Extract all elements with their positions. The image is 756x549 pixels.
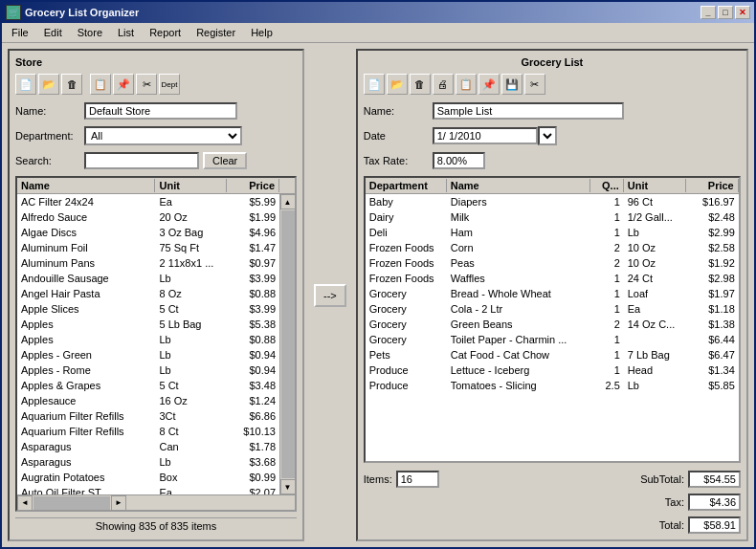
store-item-unit: Lb [155, 347, 227, 362]
grocery-item-price: $5.85 [686, 378, 739, 393]
table-row[interactable]: Apples - Green Lb $0.94 [17, 347, 279, 362]
grocery-name-input[interactable] [433, 102, 624, 120]
table-row[interactable]: Angel Hair Pasta 8 Oz $0.88 [17, 286, 279, 301]
grocery-open-button[interactable]: 📂 [387, 74, 408, 95]
table-row[interactable]: Grocery Toilet Paper - Charmin ... 1 $6.… [366, 332, 739, 347]
table-row[interactable]: Apples - Rome Lb $0.94 [17, 362, 279, 378]
store-item-price: $1.78 [227, 439, 279, 454]
grocery-tax-input[interactable] [433, 152, 485, 169]
store-item-name: Augratin Potatoes [17, 470, 155, 485]
minimize-button[interactable]: _ [700, 6, 716, 19]
main-content: Store 📄 📂 🗑 📋 📌 ✂ Dept Name: Department: [2, 43, 754, 547]
store-copy-button[interactable]: 📋 [90, 74, 111, 95]
table-row[interactable]: Grocery Bread - Whole Wheat 1 Loaf $1.97 [366, 286, 739, 301]
table-row[interactable]: Produce Tomatoes - Slicing 2.5 Lb $5.85 [366, 378, 739, 393]
add-to-list-button[interactable]: --> [314, 284, 346, 307]
store-clear-button[interactable]: Clear [203, 152, 247, 169]
store-scroll-down[interactable]: ▼ [280, 479, 296, 494]
grocery-date-select[interactable]: ▼ [538, 126, 557, 145]
grocery-col-name: Name [447, 179, 590, 192]
store-dept-button[interactable]: Dept [159, 74, 180, 95]
table-row[interactable]: Aquarium Filter Refills 3Ct $6.86 [17, 408, 279, 424]
menu-edit[interactable]: Edit [38, 25, 68, 40]
table-row[interactable]: Alfredo Sauce 20 Oz $1.99 [17, 209, 279, 225]
main-window: 🛒 Grocery List Organizer _ □ ✕ File Edit… [0, 0, 756, 549]
table-row[interactable]: Grocery Green Beans 2 14 Oz C... $1.38 [366, 317, 739, 332]
grocery-item-name: Toilet Paper - Charmin ... [447, 332, 590, 347]
table-row[interactable]: Deli Ham 1 Lb $2.99 [366, 225, 739, 240]
grocery-list-body[interactable]: Baby Diapers 1 96 Ct $16.97 Dairy Milk 1… [366, 194, 739, 461]
table-row[interactable]: Asparagus Can $1.78 [17, 439, 279, 454]
table-row[interactable]: Dairy Milk 1 1/2 Gall... $2.48 [366, 209, 739, 225]
subtotal-input[interactable] [688, 471, 741, 488]
grocery-item-dept: Frozen Foods [366, 255, 447, 271]
store-paste-button[interactable]: 📌 [113, 74, 134, 95]
store-name-input[interactable] [84, 102, 237, 120]
store-item-name: Apples & Grapes [17, 378, 155, 393]
menu-register[interactable]: Register [190, 25, 241, 40]
grocery-paste-button[interactable]: 📌 [478, 74, 500, 95]
table-row[interactable]: Algae Discs 3 Oz Bag $4.96 [17, 225, 279, 240]
table-row[interactable]: Augratin Potatoes Box $0.99 [17, 470, 279, 485]
table-row[interactable]: Baby Diapers 1 96 Ct $16.97 [366, 194, 739, 209]
store-dept-select[interactable]: All [84, 126, 242, 145]
grocery-item-dept: Produce [366, 362, 447, 378]
store-scrollbar[interactable]: ▲ ▼ [279, 194, 295, 494]
menu-file[interactable]: File [6, 25, 34, 40]
store-hscroll-right[interactable]: ► [111, 495, 126, 511]
grocery-item-qty: 1 [590, 347, 624, 362]
menu-report[interactable]: Report [144, 25, 187, 40]
table-row[interactable]: Apple Slices 5 Ct $3.99 [17, 301, 279, 317]
store-cut-button[interactable]: ✂ [136, 74, 157, 95]
store-search-input[interactable] [84, 152, 199, 169]
table-row[interactable]: AC Filter 24x24 Ea $5.99 [17, 194, 279, 209]
table-row[interactable]: Asparagus Lb $3.68 [17, 454, 279, 470]
table-row[interactable]: Produce Lettuce - Iceberg 1 Head $1.34 [366, 362, 739, 378]
table-row[interactable]: Aquarium Filter Refills 8 Ct $10.13 [17, 424, 279, 439]
items-input[interactable] [396, 471, 439, 488]
table-row[interactable]: Applesauce 16 Oz $1.24 [17, 393, 279, 408]
store-scroll-up[interactable]: ▲ [280, 194, 296, 209]
grocery-item-price: $2.58 [686, 240, 739, 255]
table-row[interactable]: Frozen Foods Corn 2 10 Oz $2.58 [366, 240, 739, 255]
close-button[interactable]: ✕ [735, 6, 750, 19]
table-row[interactable]: Frozen Foods Waffles 1 24 Ct $2.98 [366, 271, 739, 286]
tax-amount-input[interactable] [688, 494, 741, 511]
store-item-unit: Ea [155, 485, 227, 494]
tax-field: Tax: [665, 494, 741, 511]
store-open-button[interactable]: 📂 [38, 74, 59, 95]
grocery-item-name: Green Beans [447, 317, 590, 332]
store-hscroll-left[interactable]: ◄ [17, 495, 33, 511]
store-hscroll[interactable]: ◄ ► [17, 494, 295, 510]
menu-store[interactable]: Store [72, 25, 108, 40]
table-row[interactable]: Apples & Grapes 5 Ct $3.48 [17, 378, 279, 393]
table-row[interactable]: Pets Cat Food - Cat Chow 1 7 Lb Bag $6.4… [366, 347, 739, 362]
grocery-cut-button[interactable]: ✂ [524, 74, 545, 95]
grocery-delete-button[interactable]: 🗑 [410, 74, 431, 95]
store-list-body[interactable]: AC Filter 24x24 Ea $5.99 Alfredo Sauce 2… [17, 194, 279, 494]
maximize-button[interactable]: □ [718, 6, 733, 19]
store-item-name: Apple Slices [17, 301, 155, 317]
grocery-item-name: Cola - 2 Ltr [447, 301, 590, 317]
table-row[interactable]: Auto Oil Filter ST Ea $2.07 [17, 485, 279, 494]
grocery-date-input[interactable] [433, 127, 538, 144]
table-row[interactable]: Aluminum Pans 2 11x8x1 ... $0.97 [17, 255, 279, 271]
table-row[interactable]: Frozen Foods Peas 2 10 Oz $1.92 [366, 255, 739, 271]
grocery-new-button[interactable]: 📄 [364, 74, 385, 95]
menu-help[interactable]: Help [245, 25, 278, 40]
store-hscroll-thumb[interactable] [33, 496, 110, 510]
store-new-button[interactable]: 📄 [15, 74, 36, 95]
total-input[interactable] [688, 516, 741, 534]
store-item-unit: 20 Oz [155, 209, 227, 225]
table-row[interactable]: Grocery Cola - 2 Ltr 1 Ea $1.18 [366, 301, 739, 317]
menu-list[interactable]: List [112, 25, 140, 40]
grocery-save-button[interactable]: 💾 [501, 74, 523, 95]
table-row[interactable]: Aluminum Foil 75 Sq Ft $1.47 [17, 240, 279, 255]
grocery-print-button[interactable]: 🖨 [433, 74, 454, 95]
store-delete-button[interactable]: 🗑 [61, 74, 82, 95]
grocery-copy-button[interactable]: 📋 [456, 74, 477, 95]
table-row[interactable]: Andouille Sausage Lb $3.99 [17, 271, 279, 286]
table-row[interactable]: Apples 5 Lb Bag $5.38 [17, 317, 279, 332]
store-scroll-thumb[interactable] [281, 210, 295, 478]
table-row[interactable]: Apples Lb $0.88 [17, 332, 279, 347]
